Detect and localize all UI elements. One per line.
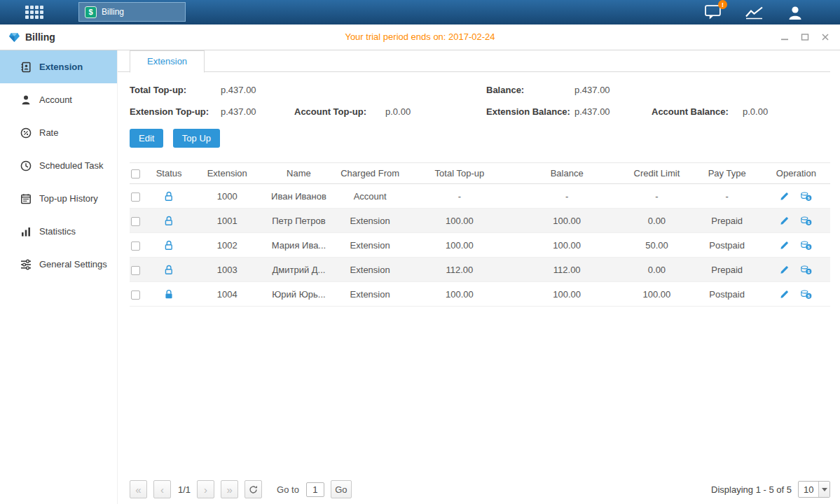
sidebar-item-extension[interactable]: Extension [0,50,117,83]
notification-badge: ! [718,0,727,9]
status-unlocked-icon [164,216,174,226]
edit-row-icon[interactable] [780,240,790,250]
table-row: 1002 Мария Ива... Extension 100.00 100.0… [130,233,830,258]
sidebar-item-label: General Settings [39,259,107,270]
top-up-button[interactable]: Top Up [173,129,220,148]
messages-icon[interactable]: ! [705,4,722,20]
maximize-button[interactable] [800,32,810,42]
cell-charged-from: Extension [333,282,407,307]
table-header-row: Status Extension Name Charged From Total… [130,163,830,184]
cell-pay-type: Postpaid [692,282,762,307]
sidebar-item-statistics[interactable]: Statistics [0,215,117,248]
row-checkbox[interactable] [131,290,140,300]
row-checkbox[interactable] [131,266,140,275]
page-size-value: 10 [799,484,818,495]
taskbar-item-billing[interactable]: $ Billing [78,2,186,22]
go-button[interactable]: Go [331,480,352,498]
cell-balance: 112.00 [512,258,621,282]
cell-charged-from: Extension [333,209,407,233]
system-topbar: $ Billing ! [0,0,840,24]
table-row: 1003 Дмитрий Д... Extension 112.00 112.0… [130,258,830,282]
top-up-row-icon[interactable]: $ [801,265,812,275]
edit-row-icon[interactable] [780,216,790,225]
bar-chart-icon [20,226,32,237]
account-topup-value: р.0.00 [385,106,486,117]
account-topup-label: Account Top-up: [294,106,385,117]
row-checkbox[interactable] [131,241,140,251]
extensions-table: Status Extension Name Charged From Total… [130,162,830,307]
cell-balance: - [512,184,621,209]
extension-icon [20,62,32,73]
cell-credit-limit: - [621,184,691,209]
cell-credit-limit: 50.00 [621,233,691,258]
tab-bar: Extension [118,50,830,72]
cell-extension: 1003 [190,258,264,282]
status-unlocked-icon [164,265,174,275]
last-page-button[interactable]: » [221,480,238,498]
account-icon [20,94,32,106]
taskbar-item-label: Billing [102,7,124,17]
clock-icon [20,160,32,172]
sidebar-item-label: Extension [39,62,83,72]
cell-total-topup: 112.00 [407,258,512,282]
sidebar-item-account[interactable]: Account [0,83,117,116]
previous-page-button[interactable]: ‹ [153,480,171,498]
refresh-button[interactable] [245,480,262,498]
minimize-button[interactable] [780,32,790,42]
column-header-pay-type: Pay Type [692,163,762,184]
cell-charged-from: Extension [333,258,407,282]
sidebar-item-general-settings[interactable]: General Settings [0,248,117,281]
action-buttons: Edit Top Up [130,129,840,148]
top-up-row-icon[interactable]: $ [801,216,812,226]
table-row: 1000 Иван Иванов Account - - - - [130,184,830,209]
cell-extension: 1000 [190,184,264,209]
goto-label: Go to [277,484,299,495]
row-checkbox[interactable] [131,192,140,202]
cell-extension: 1004 [190,282,264,307]
page-size-select[interactable]: 10 [798,481,830,498]
top-up-row-icon[interactable]: $ [801,240,812,251]
sidebar-item-rate[interactable]: Rate [0,116,117,149]
select-all-checkbox[interactable] [131,169,140,178]
statistics-topbar-icon[interactable] [745,6,764,20]
cell-charged-from: Account [333,184,407,209]
cell-balance: 100.00 [512,282,621,307]
cell-name: Иван Иванов [264,184,333,209]
top-up-row-icon[interactable]: $ [801,289,812,300]
edit-row-icon[interactable] [780,191,790,201]
calendar-icon [20,193,32,204]
tab-extension[interactable]: Extension [130,50,205,73]
sidebar-item-label: Statistics [39,226,76,237]
extension-balance-label: Extension Balance: [486,106,574,117]
first-page-button[interactable]: « [130,480,147,498]
edit-button[interactable]: Edit [130,129,163,148]
edit-row-icon[interactable] [780,265,790,274]
sliders-icon [20,259,32,270]
cell-balance: 100.00 [512,209,621,233]
total-topup-value: р.437.00 [221,85,294,95]
table-row: 1001 Петр Петров Extension 100.00 100.00… [130,209,830,233]
displaying-info: Displaying 1 - 5 of 5 [711,484,792,495]
top-up-row-icon[interactable]: $ [801,191,812,202]
column-header-status: Status [148,163,190,184]
billing-app-icon: $ [85,6,97,18]
person-icon [787,5,804,20]
page-indicator: 1/1 [178,484,191,495]
balance-summary: Total Top-up: р.437.00 Balance: р.437.00… [118,72,840,122]
sidebar-item-label: Account [39,94,72,105]
refresh-icon [249,485,258,494]
cell-total-topup: - [407,184,512,209]
edit-row-icon[interactable] [780,289,790,299]
close-button[interactable] [820,32,830,42]
cell-credit-limit: 0.00 [621,258,691,282]
sidebar-item-topup-history[interactable]: Top-up History [0,182,117,215]
column-header-credit-limit: Credit Limit [621,163,691,184]
row-checkbox[interactable] [131,217,140,226]
next-page-button[interactable]: › [197,480,214,498]
user-account-icon[interactable] [787,5,804,20]
goto-page-input[interactable] [306,482,324,497]
sidebar-item-scheduled-task[interactable]: Scheduled Task [0,149,117,182]
extension-topup-label: Extension Top-up: [130,106,221,117]
column-header-charged-from: Charged From [333,163,407,184]
apps-grid-icon[interactable] [25,6,43,19]
